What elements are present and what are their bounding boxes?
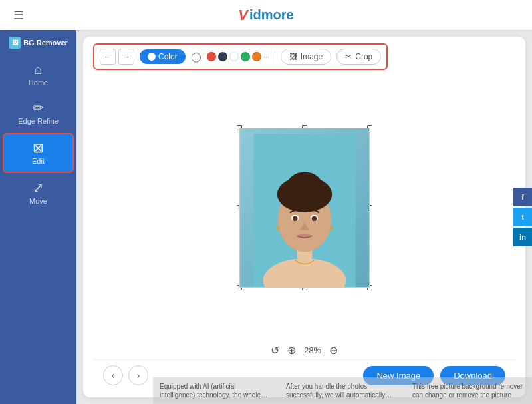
next-button[interactable]: › [128,365,148,385]
photo-background [240,128,369,287]
edge-refine-icon: ✏ [33,101,44,114]
sidebar-brand: 🖼 BG Remover [9,37,68,49]
bg-remover-icon: 🖼 [9,37,21,49]
canvas-area [93,77,515,339]
svg-point-10 [275,226,279,230]
eraser-icon[interactable]: ◯ [191,51,201,62]
sidebar-item-edit[interactable]: ⊠ Edit [3,133,74,173]
toolbar-nav: ← → [100,49,134,65]
sidebar-item-home[interactable]: ⌂ Home [3,56,74,93]
undo-button[interactable]: ← [100,49,116,65]
move-icon: ⤢ [33,181,44,194]
image-button-label: Image [301,52,323,61]
social-sidebar: f t in [513,188,532,246]
crop-button-label: Crop [355,52,372,61]
bottom-text-2: After you handle the photos successfully… [279,382,406,399]
crop-button[interactable]: ✂ Crop [336,49,381,65]
linkedin-button[interactable]: in [513,228,532,246]
sidebar-edit-label: Edit [32,157,45,165]
color-swatch-green[interactable] [241,52,250,61]
twitter-button[interactable]: t [513,208,532,226]
sidebar-move-label: Move [29,197,47,205]
color-swatch-white[interactable] [229,52,239,61]
bottom-text-1: Equipped with AI (artificial intelligenc… [153,382,279,399]
zoom-percent: 28% [304,345,321,355]
bottom-text-3: This free picture background remover can… [406,382,532,399]
sidebar-edge-refine-label: Edge Refine [18,117,59,125]
footer-nav: ‹ › [103,365,148,385]
toolbar-separator [275,50,275,63]
svg-point-8 [292,216,297,222]
main-area: 🖼 BG Remover ⌂ Home ✏ Edge Refine ⊠ Edit… [0,30,532,404]
sidebar-item-move[interactable]: ⤢ Move [3,174,74,212]
edit-icon: ⊠ [33,141,44,154]
facebook-button[interactable]: f [513,188,532,206]
logo-text: idmore [249,7,294,23]
image-container [239,128,370,288]
color-swatch-orange[interactable] [252,52,261,61]
zoom-controls: ↺ ⊕ 28% ⊖ [93,339,515,359]
home-icon: ⌂ [34,63,42,76]
color-button[interactable]: Color [140,49,186,64]
color-swatch-dark[interactable] [218,52,227,61]
color-swatch-red[interactable] [207,52,216,61]
header: ☰ V idmore [0,0,532,30]
image-icon: 🖼 [289,52,297,61]
image-button[interactable]: 🖼 Image [281,49,331,65]
prev-button[interactable]: ‹ [103,365,123,385]
zoom-out-icon[interactable]: ⊖ [329,344,338,357]
sidebar-brand-label: BG Remover [23,39,68,47]
content-area: ← → Color ◯ ··· [76,30,532,404]
color-more-icon[interactable]: ··· [263,53,269,61]
logo-v: V [238,7,248,24]
color-circle-icon [148,53,156,61]
zoom-in-icon[interactable]: ⊕ [287,344,296,357]
bottom-strip: Equipped with AI (artificial intelligenc… [153,377,532,404]
color-button-label: Color [158,52,178,61]
redo-button[interactable]: → [118,49,134,65]
sidebar: 🖼 BG Remover ⌂ Home ✏ Edge Refine ⊠ Edit… [0,30,76,404]
logo: V idmore [238,7,293,24]
rotate-icon[interactable]: ↺ [271,344,279,357]
toolbar: ← → Color ◯ ··· [93,43,388,70]
sidebar-home-label: Home [29,79,48,87]
person-svg [251,134,358,287]
svg-point-11 [329,226,333,230]
tool-panel: ← → Color ◯ ··· [83,37,525,397]
color-swatches: ··· [207,52,269,61]
sidebar-item-edge-refine[interactable]: ✏ Edge Refine [3,95,74,132]
svg-point-9 [311,216,317,222]
svg-point-5 [277,176,331,212]
photo-display [239,128,370,288]
menu-icon[interactable]: ☰ [13,8,24,23]
crop-icon: ✂ [345,52,352,61]
